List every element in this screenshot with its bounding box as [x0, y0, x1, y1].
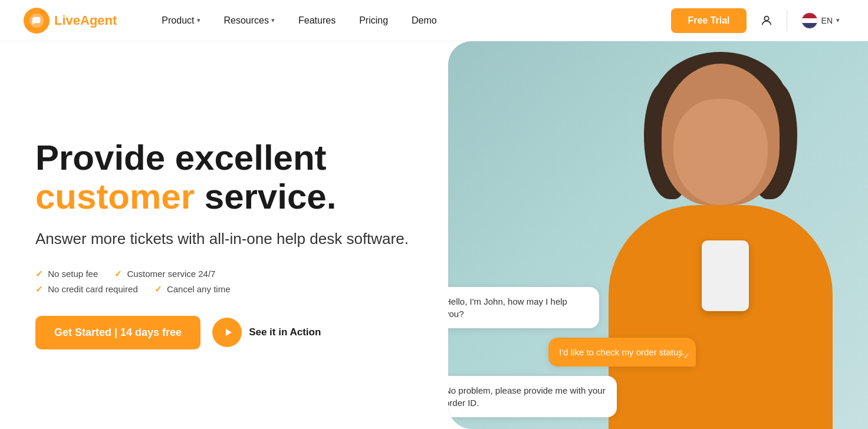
user-account-button[interactable] [756, 10, 777, 31]
feature-customer-service: ✓ Customer service 24/7 [114, 269, 215, 279]
feature-cancel: ✓ Cancel any time [154, 284, 231, 295]
feature-no-credit: ✓ No credit card required [35, 284, 138, 295]
hero-section: Provide excellent customer service. Answ… [0, 41, 868, 429]
chat-bubble-1: Hello, I'm John, how may I help you? [448, 287, 599, 328]
free-trial-button[interactable]: Free Trial [671, 8, 746, 33]
hero-content: Provide excellent customer service. Answ… [0, 41, 448, 429]
person-face [673, 99, 768, 205]
nav-right: Free Trial EN ▾ [671, 8, 844, 33]
hero-headline: Provide excellent customer service. [35, 138, 425, 216]
chat-bubble-2: I'd like to check my order status. ✓✓ [548, 338, 696, 367]
nav-divider [787, 10, 787, 31]
chat-row-3: No problem, please provide me with your … [448, 376, 708, 417]
hero-visual: Hello, I'm John, how may I help you? I'd… [448, 41, 868, 429]
see-action-button[interactable]: See it in Action [212, 318, 321, 347]
nav-product[interactable]: Product ▾ [152, 11, 209, 31]
feature-no-setup: ✓ No setup fee [35, 269, 98, 279]
see-action-label: See it in Action [249, 326, 321, 338]
message-sent-icon: ✓✓ [677, 351, 690, 362]
hero-subheadline: Answer more tickets with all-in-one help… [35, 228, 425, 249]
chat-bubbles-area: Hello, I'm John, how may I help you? I'd… [448, 287, 708, 417]
nav-pricing[interactable]: Pricing [350, 11, 397, 31]
svg-point-1 [764, 16, 768, 20]
check-icon-1: ✓ [35, 269, 43, 279]
nav-links: Product ▾ Resources ▾ Features Pricing D… [152, 11, 671, 31]
hero-cta-area: Get Started | 14 days free See it in Act… [35, 316, 425, 349]
person-phone [702, 240, 749, 311]
lang-chevron-icon: ▾ [836, 16, 840, 24]
chat-row-1: Hello, I'm John, how may I help you? [448, 287, 708, 328]
chat-row-2: I'd like to check my order status. ✓✓ [448, 338, 708, 367]
logo-icon [24, 8, 50, 34]
logo-text: LiveAgent [54, 13, 117, 28]
logo[interactable]: LiveAgent [24, 8, 117, 34]
nav-demo[interactable]: Demo [402, 11, 446, 31]
navbar: LiveAgent Product ▾ Resources ▾ Features… [0, 0, 868, 41]
nav-features[interactable]: Features [289, 11, 345, 31]
svg-marker-2 [226, 329, 232, 336]
hero-features: ✓ No setup fee ✓ Customer service 24/7 ✓… [35, 269, 425, 295]
get-started-button[interactable]: Get Started | 14 days free [35, 316, 200, 349]
hero-feature-row-1: ✓ No setup fee ✓ Customer service 24/7 [35, 269, 425, 279]
us-flag-icon [801, 12, 818, 29]
chat-bubble-3: No problem, please provide me with your … [448, 376, 617, 417]
resources-chevron-icon: ▾ [271, 16, 275, 24]
hero-feature-row-2: ✓ No credit card required ✓ Cancel any t… [35, 284, 425, 295]
check-icon-2: ✓ [114, 269, 122, 279]
language-selector[interactable]: EN ▾ [797, 10, 844, 31]
play-button[interactable] [212, 318, 242, 347]
check-icon-3: ✓ [35, 284, 43, 294]
nav-resources[interactable]: Resources ▾ [215, 11, 284, 31]
product-chevron-icon: ▾ [197, 16, 200, 24]
check-icon-4: ✓ [154, 284, 162, 294]
